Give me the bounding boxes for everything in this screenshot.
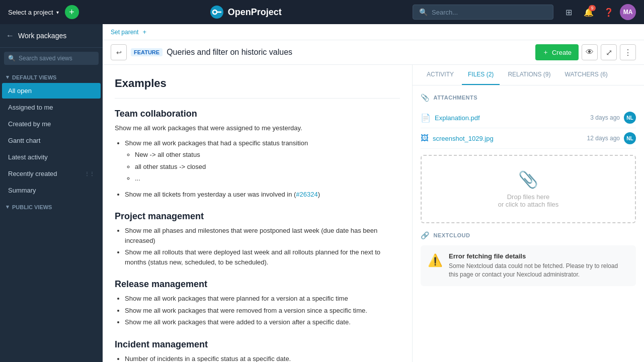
list-item: Show me all work packages that were remo… <box>125 306 400 316</box>
more-button[interactable]: ⋮ <box>620 44 636 60</box>
back-button[interactable]: ↩ <box>111 44 127 60</box>
default-views-section[interactable]: ▾ DEFAULT VIEWS <box>0 69 103 82</box>
tab-relations[interactable]: RELATIONS (9) <box>502 65 556 85</box>
sidebar: ← Work packages 🔍 ▾ DEFAULT VIEWS All op… <box>0 24 103 362</box>
sidebar-item-summary[interactable]: Summary <box>2 183 101 198</box>
fullscreen-button[interactable]: ⤢ <box>601 44 617 60</box>
pdf-icon: 📄 <box>421 113 431 123</box>
list-item: Show me all work packages that had a spe… <box>125 138 400 184</box>
sidebar-back-button[interactable]: ← <box>6 31 14 40</box>
sidebar-item-label: Assigned to me <box>8 104 53 111</box>
list-item: Show me all tickets from yesterday a use… <box>125 190 400 200</box>
sidebar-title: Work packages <box>18 32 66 40</box>
resize-handle: ⋮⋮ <box>85 171 95 176</box>
notifications-button[interactable]: 🔔 9 <box>580 3 598 21</box>
section-heading: Incident management <box>115 339 400 350</box>
attachments-section: 📎 ATTACHMENTS 📄 Explanation.pdf 3 days a… <box>413 85 644 231</box>
file-user-avatar: NL <box>624 112 636 124</box>
search-input[interactable] <box>432 9 547 16</box>
file-meta: 3 days ago NL <box>590 112 636 124</box>
doc-panel: Examples Team collaboration Show me all … <box>103 65 413 362</box>
nextcloud-icon: 🔗 <box>421 231 430 239</box>
file-left: 📄 Explanation.pdf <box>421 113 480 123</box>
list-item: Show me all work packages that were adde… <box>125 317 400 327</box>
attachments-title: 📎 ATTACHMENTS <box>421 94 636 102</box>
file-time-ago: 12 days ago <box>587 135 620 142</box>
sidebar-item-created-by-me[interactable]: Created by me <box>2 116 101 132</box>
search-views-bar[interactable]: 🔍 <box>4 52 99 65</box>
file-name-link[interactable]: Explanation.pdf <box>435 114 480 122</box>
section-heading: Project management <box>115 211 400 222</box>
work-package-toolbar: ↩ FEATURE Queries and filter on historic… <box>103 40 644 65</box>
file-user-avatar: NL <box>624 132 636 144</box>
section-list: Show me all work packages that had a spe… <box>115 138 400 200</box>
ticket-link[interactable]: #26324 <box>296 191 317 198</box>
dropzone-label: Drop files here <box>436 193 621 201</box>
tab-activity[interactable]: ACTIVITY <box>421 65 460 85</box>
sidebar-item-label: Created by me <box>8 120 51 128</box>
section-project-management: Project management Show me all phases an… <box>115 211 400 267</box>
section-release-management: Release management Show me all work pack… <box>115 279 400 327</box>
chevron-down-icon: ▾ <box>56 10 59 15</box>
expand-icon: ⤢ <box>606 48 612 57</box>
paperclip-icon: 📎 <box>421 94 430 102</box>
list-item: Show me all phases and milestones that w… <box>125 226 400 245</box>
error-content: Error fetching file details Some Nextclo… <box>449 252 629 279</box>
tab-watchers[interactable]: WATCHERS (6) <box>559 65 614 85</box>
project-selector[interactable]: Select a project ▾ <box>8 9 59 16</box>
set-parent-link[interactable]: Set parent <box>111 29 138 36</box>
drop-zone[interactable]: 📎 Drop files here or click to attach fil… <box>421 155 636 223</box>
list-item: Show me all rollouts that were deployed … <box>125 247 400 267</box>
search-views-input[interactable] <box>19 55 95 62</box>
default-views-label: DEFAULT VIEWS <box>12 74 56 80</box>
add-project-button[interactable]: + <box>65 5 79 19</box>
user-avatar[interactable]: MA <box>620 4 636 20</box>
sidebar-item-latest-activity[interactable]: Latest activity <box>2 149 101 165</box>
app-logo: OpenProject <box>85 5 407 19</box>
list-item: all other status -> closed <box>135 162 400 172</box>
main-layout: ← Work packages 🔍 ▾ DEFAULT VIEWS All op… <box>0 24 644 362</box>
section-team-collaboration: Team collaboration Show me all work pack… <box>115 109 400 199</box>
nextcloud-title: 🔗 NEXTCLOUD <box>421 231 636 239</box>
global-search[interactable]: 🔍 <box>413 5 553 20</box>
main-content: Set parent + ↩ FEATURE Queries and filte… <box>103 24 644 362</box>
tab-files[interactable]: FILES (2) <box>462 65 500 85</box>
error-title: Error fetching file details <box>449 252 629 260</box>
nextcloud-label: NEXTCLOUD <box>434 232 470 238</box>
top-navigation: Select a project ▾ + OpenProject 🔍 ⊞ 🔔 9… <box>0 0 644 24</box>
divider <box>115 98 400 99</box>
back-arrow-icon: ↩ <box>116 49 122 56</box>
public-views-section[interactable]: ▾ PUBLIC VIEWS <box>0 199 103 212</box>
create-button-label: Create <box>552 49 572 56</box>
file-item-explanation: 📄 Explanation.pdf 3 days ago NL <box>421 108 636 128</box>
dropzone-sublabel: or click to attach files <box>436 201 621 208</box>
file-left: 🖼 screenshot_1029.jpg <box>421 134 494 143</box>
public-views-label: PUBLIC VIEWS <box>12 204 52 210</box>
collapse-icon: ▾ <box>6 74 9 80</box>
list-item: Show me all work packages that were plan… <box>125 294 400 304</box>
project-selector-label: Select a project <box>8 9 53 16</box>
sidebar-item-gantt-chart[interactable]: Gantt chart <box>2 133 101 148</box>
search-icon: 🔍 <box>419 8 428 16</box>
sidebar-item-recently-created[interactable]: Recently created ⋮⋮ <box>2 166 101 182</box>
sidebar-item-assigned-to-me[interactable]: Assigned to me <box>2 100 101 115</box>
sidebar-item-all-open[interactable]: All open <box>2 83 101 99</box>
sidebar-item-label: All open <box>8 87 32 95</box>
section-list: Number of incidents in a specific status… <box>115 354 400 363</box>
logo-icon <box>210 5 224 19</box>
ellipsis-icon: ⋮ <box>624 48 632 57</box>
file-name-link[interactable]: screenshot_1029.jpg <box>433 135 494 142</box>
sidebar-item-label: Summary <box>8 187 36 194</box>
section-list: Show me all phases and milestones that w… <box>115 226 400 267</box>
sidebar-item-label: Latest activity <box>8 153 48 161</box>
image-icon: 🖼 <box>421 134 429 143</box>
sidebar-item-label: Gantt chart <box>8 137 40 144</box>
help-button[interactable]: ❓ <box>600 3 618 21</box>
toolbar-actions: ＋ Create 👁 ⤢ ⋮ <box>535 44 636 60</box>
create-button[interactable]: ＋ Create <box>535 44 579 60</box>
watch-button[interactable]: 👁 <box>582 44 598 60</box>
plus-icon: ＋ <box>542 48 549 57</box>
nav-icons: ⊞ 🔔 9 ❓ MA <box>559 3 636 21</box>
grid-icon-button[interactable]: ⊞ <box>559 3 578 21</box>
breadcrumb-icon: + <box>142 28 146 36</box>
